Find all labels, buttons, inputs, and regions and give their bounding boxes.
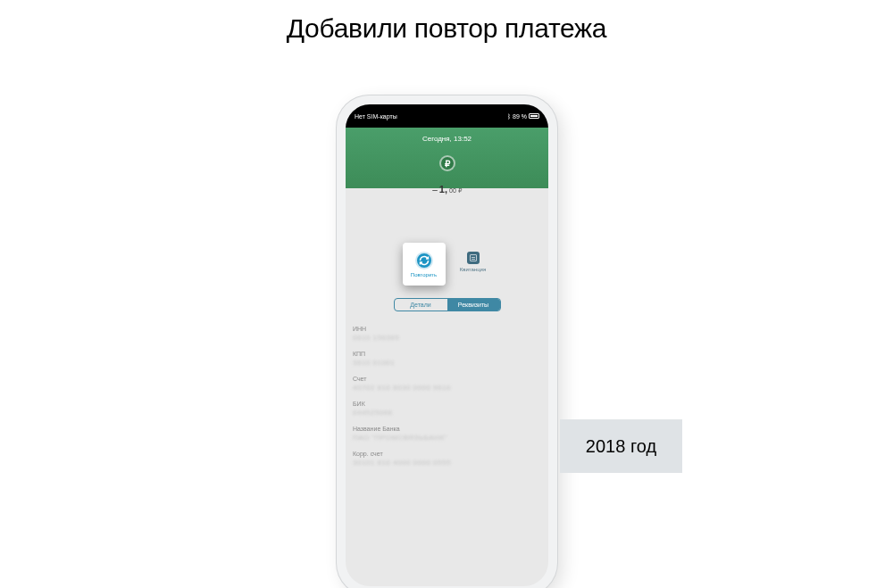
year-badge: 2018 год [560, 419, 682, 473]
field-label: Счет [353, 376, 541, 382]
amount-fraction: 00 ₽ [449, 187, 462, 195]
field-label: Название Банка [353, 426, 541, 432]
refresh-icon [415, 252, 433, 269]
payment-amount: – 1, 00 ₽ [432, 184, 461, 195]
field-value: ПАО "ПРОМСВЯЗЬБАНК" [353, 434, 541, 442]
status-sim-text: Нет SIM-карты [355, 113, 397, 120]
field-label: БИК [353, 401, 541, 407]
receipt-label: Квитанция [460, 267, 486, 272]
field-label: Корр. счет [353, 451, 541, 457]
receipt-button[interactable]: Квитанция [455, 243, 492, 280]
list-item: Счет 40702 810 8030 0000 9816 [353, 371, 541, 396]
field-value: 044525068 [353, 409, 541, 417]
list-item: БИК 044525068 [353, 396, 541, 421]
field-label: ИНН [353, 326, 541, 332]
field-value: 40702 810 8030 0000 9816 [353, 384, 541, 392]
amount-integer: 1, [439, 184, 447, 195]
list-item: Корр. счет 30101 810 4000 0000 0555 [353, 446, 541, 471]
field-value: 3810 01001 [353, 359, 541, 367]
page-title: Добавили повтор платежа [0, 0, 893, 44]
list-item: Название Банка ПАО "ПРОМСВЯЗЬБАНК" [353, 421, 541, 446]
phone-frame: Нет SIM-карты 17:26 ᛒ 89 % Сегодня, 13:5… [337, 95, 557, 588]
bluetooth-icon: ᛒ [507, 113, 511, 120]
list-item: КПП 3810 01001 [353, 346, 541, 371]
tab-control: Детали Реквизиты [394, 298, 501, 311]
field-value: 30101 810 4000 0000 0555 [353, 459, 541, 467]
field-label: КПП [353, 351, 541, 357]
payment-date: Сегодня, 13:52 [422, 135, 472, 143]
repeat-label: Повторить [411, 272, 437, 277]
payment-header: Сегодня, 13:52 ₽ – 1, 00 ₽ [346, 128, 548, 244]
phone-notch [398, 104, 497, 120]
receipt-icon [467, 252, 480, 264]
field-value: 0810 156365 [353, 334, 541, 342]
battery-icon [529, 113, 539, 119]
tab-requisites[interactable]: Реквизиты [447, 299, 500, 311]
action-tiles: Повторить Квитанция [346, 243, 548, 286]
repeat-button[interactable]: Повторить [403, 243, 446, 286]
phone-screen: Нет SIM-карты 17:26 ᛒ 89 % Сегодня, 13:5… [346, 104, 548, 586]
currency-badge-icon: ₽ [439, 155, 455, 171]
list-item: ИНН 0810 156365 [353, 321, 541, 346]
requisites-list[interactable]: ИНН 0810 156365 КПП 3810 01001 Счет 4070… [346, 321, 548, 586]
phone-mockup: Нет SIM-карты 17:26 ᛒ 89 % Сегодня, 13:5… [337, 95, 557, 588]
tab-details[interactable]: Детали [395, 299, 447, 311]
amount-sign: – [432, 185, 438, 195]
status-battery-text: 89 % [513, 113, 527, 120]
